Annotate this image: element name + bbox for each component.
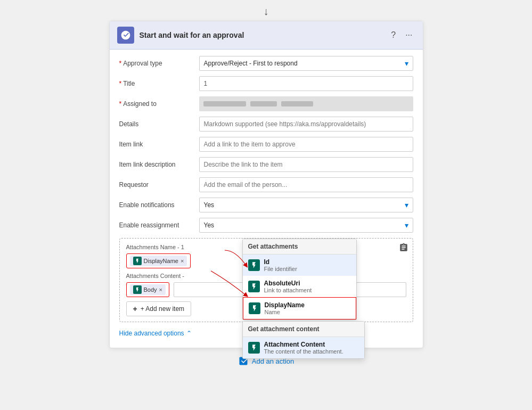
popup1-id-icon <box>248 259 260 271</box>
popup2-header: Get attachment content <box>243 322 364 337</box>
clipboard-svg <box>399 243 408 252</box>
blur-2 <box>250 101 277 106</box>
display-name-tag-text: DisplayName <box>144 258 178 264</box>
get-attachment-content-popup: Get attachment content Attachment Conten… <box>242 321 365 359</box>
tag-icon-displayname <box>133 257 142 265</box>
card-title: Start and wait for an approval <box>140 31 383 39</box>
popup-lightning-icon-2 <box>250 283 258 290</box>
popup2-item-content[interactable]: Attachment Content The content of the at… <box>243 337 364 358</box>
item-link-label: Item link <box>119 141 199 148</box>
popup1-dname-name: DisplayName <box>265 301 305 309</box>
top-down-arrow: ↓ <box>264 5 269 18</box>
body-tag-close[interactable]: × <box>159 286 162 293</box>
enable-notifications-value: Yes <box>204 201 215 209</box>
approval-card: Start and wait for an approval ? ··· *Ap… <box>109 21 423 348</box>
popup2-content-text: Attachment Content The content of the at… <box>264 341 343 355</box>
popup1-id-name: Id <box>264 258 297 266</box>
requestor-input[interactable] <box>199 177 413 192</box>
popup2-lightning-icon <box>250 344 258 351</box>
plus-icon: + <box>133 305 137 313</box>
details-label: Details <box>119 120 199 128</box>
assigned-to-blurred[interactable] <box>199 96 413 111</box>
approval-type-dropdown[interactable]: Approve/Reject - First to respond ▾ <box>199 56 413 71</box>
enable-notifications-row: Enable notifications Yes ▾ <box>119 198 413 212</box>
enable-reassignment-dropdown[interactable]: Yes ▾ <box>199 218 413 233</box>
lightning-icon-2 <box>135 287 140 292</box>
popup1-header: Get attachments <box>243 239 356 255</box>
popup1-absuri-name: AbsoluteUri <box>264 280 312 287</box>
card-body: *Approval type Approve/Reject - First to… <box>110 50 423 348</box>
item-link-input[interactable] <box>199 137 413 152</box>
blur-3 <box>281 101 313 106</box>
requestor-label: Requestor <box>119 181 199 188</box>
display-name-tag-container: DisplayName × <box>126 253 191 268</box>
header-actions: ? ··· <box>388 29 415 41</box>
popup1-item-absoluteuri[interactable]: AbsoluteUri Link to attachment <box>243 276 356 297</box>
more-options-button[interactable]: ··· <box>403 29 415 41</box>
hide-advanced-text: Hide advanced options <box>119 330 184 337</box>
title-label: *Title <box>119 80 199 87</box>
get-attachments-popup: Get attachments Id File identifier <box>242 239 357 320</box>
item-link-row: Item link <box>119 137 413 152</box>
display-name-tag-close[interactable]: × <box>181 258 184 264</box>
popup1-id-text: Id File identifier <box>264 258 297 272</box>
chevron-up-icon: ⌃ <box>186 330 192 337</box>
reassignment-dropdown-arrow: ▾ <box>405 221 408 229</box>
popup1-dname-desc: Name <box>265 309 305 315</box>
popup1-item-id[interactable]: Id File identifier <box>243 255 356 276</box>
page-background: ↓ Start and wait for an approval ? ··· *… <box>0 0 532 410</box>
required-star: * <box>119 60 122 67</box>
popup2-content-desc: The content of the attachment. <box>264 348 343 355</box>
card-header-icon <box>117 27 134 44</box>
enable-notifications-dropdown[interactable]: Yes ▾ <box>199 198 413 212</box>
body-tag: Body × <box>130 284 166 295</box>
popup2-content-name: Attachment Content <box>264 341 343 348</box>
popup1-dname-icon <box>249 302 260 314</box>
approval-type-label: *Approval type <box>119 60 199 67</box>
popup1-absuri-icon <box>248 281 260 292</box>
required-star-3: * <box>119 100 122 108</box>
approval-icon <box>120 30 131 40</box>
notifications-dropdown-arrow: ▾ <box>405 201 408 209</box>
item-link-desc-input[interactable] <box>199 157 413 172</box>
popup1-absuri-desc: Link to attachment <box>264 287 312 293</box>
popup1-dname-text: DisplayName Name <box>265 301 305 315</box>
item-link-desc-label: Item link description <box>119 161 199 168</box>
popup-lightning-icon-3 <box>251 305 258 312</box>
lightning-icon <box>135 258 140 264</box>
details-input[interactable] <box>199 117 413 132</box>
enable-reassignment-value: Yes <box>204 222 215 229</box>
popup2-content-icon <box>248 342 260 354</box>
enable-notifications-label: Enable notifications <box>119 201 199 209</box>
title-row: *Title 1 <box>119 76 413 91</box>
popup1-absuri-text: AbsoluteUri Link to attachment <box>264 280 312 293</box>
title-input[interactable]: 1 <box>199 76 413 91</box>
approval-type-value: Approve/Reject - First to respond <box>204 60 298 67</box>
enable-reassignment-row: Enable reassignment Yes ▾ <box>119 218 413 233</box>
tag-icon-body <box>133 285 142 294</box>
help-button[interactable]: ? <box>388 29 398 41</box>
enable-reassignment-label: Enable reassignment <box>119 222 199 229</box>
popup1-item-displayname[interactable]: DisplayName Name <box>243 297 356 319</box>
assigned-to-label: *Assigned to <box>119 100 199 108</box>
add-new-item-button[interactable]: + + Add new item <box>126 301 192 316</box>
required-star-2: * <box>119 80 122 87</box>
popup-lightning-icon <box>250 261 258 269</box>
requestor-row: Requestor <box>119 177 413 192</box>
card-header: Start and wait for an approval ? ··· <box>110 21 423 50</box>
popup1-id-desc: File identifier <box>264 266 297 272</box>
display-name-tag: DisplayName × <box>130 256 187 266</box>
approval-type-row: *Approval type Approve/Reject - First to… <box>119 56 413 71</box>
body-tag-text: Body <box>144 286 157 293</box>
details-row: Details <box>119 117 413 132</box>
blur-1 <box>203 101 246 106</box>
dropdown-arrow-icon: ▾ <box>405 59 408 68</box>
hide-advanced-button[interactable]: Hide advanced options ⌃ <box>119 327 192 339</box>
add-new-label: + Add new item <box>141 305 184 313</box>
body-tag-container: Body × <box>126 282 170 297</box>
clipboard-icon[interactable] <box>399 243 408 254</box>
assigned-to-row: *Assigned to <box>119 96 413 111</box>
attachments-section: Attachments Name - 1 DisplayName × Attac… <box>119 238 413 322</box>
item-link-desc-row: Item link description <box>119 157 413 172</box>
